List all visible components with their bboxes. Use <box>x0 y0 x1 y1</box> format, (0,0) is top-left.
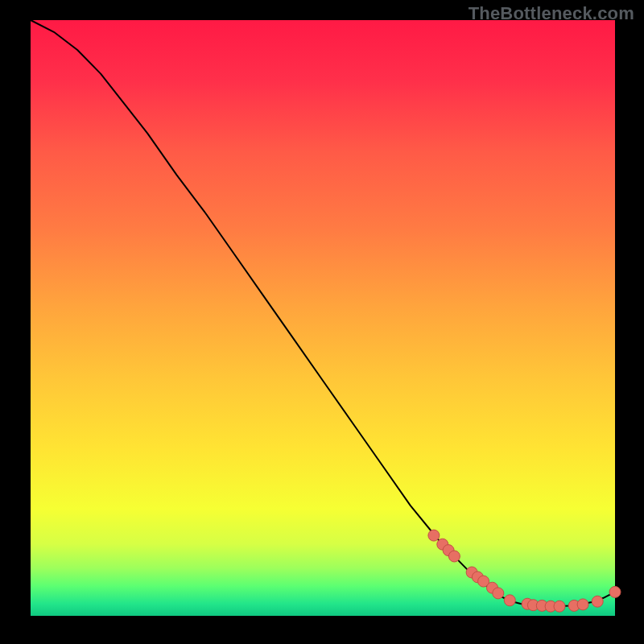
data-marker <box>493 588 504 599</box>
bottleneck-curve-chart <box>0 0 644 644</box>
data-marker <box>428 530 440 541</box>
data-marker <box>554 601 565 612</box>
data-marker <box>504 595 515 606</box>
data-marker <box>592 596 603 607</box>
data-marker <box>448 551 460 562</box>
watermark-text: TheBottleneck.com <box>469 3 634 24</box>
data-marker <box>609 586 621 597</box>
data-marker <box>577 599 588 610</box>
chart-stage: TheBottleneck.com <box>0 0 644 644</box>
plot-background <box>31 20 615 616</box>
